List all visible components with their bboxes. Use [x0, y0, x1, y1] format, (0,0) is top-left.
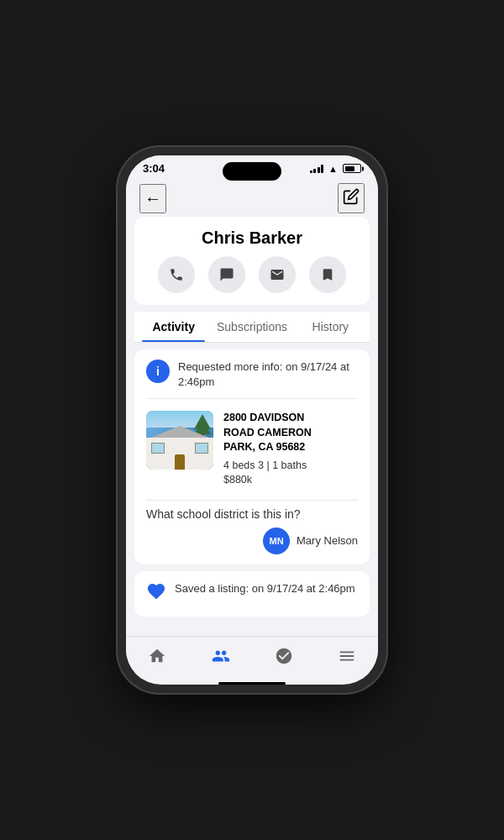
property-image — [146, 411, 213, 470]
house-walls — [146, 438, 213, 470]
property-row: 2800 DAVIDSON ROAD CAMERON PARK, CA 9568… — [146, 406, 358, 493]
nav-tasks[interactable] — [265, 643, 303, 669]
tab-activity[interactable]: Activity — [134, 312, 213, 342]
activity-header: i Requested more info: on 9/17/24 at 2:4… — [146, 360, 358, 390]
battery-icon — [343, 164, 361, 173]
heart-icon — [146, 581, 166, 606]
agent-avatar: MN — [263, 528, 290, 554]
tabs: Activity Subscriptions History — [134, 312, 370, 343]
window-right — [195, 443, 208, 454]
door — [175, 454, 185, 470]
divider-2 — [146, 500, 358, 501]
dynamic-island — [223, 162, 281, 181]
edit-button[interactable] — [338, 183, 365, 213]
wifi-icon: ▲ — [328, 164, 338, 174]
message-button[interactable] — [208, 256, 245, 293]
home-gesture-bar — [218, 682, 286, 685]
nav-home[interactable] — [138, 643, 176, 669]
nav-menu[interactable] — [328, 643, 366, 669]
question-text: What school district is this in? — [146, 507, 358, 521]
nav-contacts[interactable] — [201, 643, 241, 669]
content-area: Chris Barker — [126, 217, 378, 636]
phone-button[interactable] — [158, 256, 195, 293]
phone-screen: 3:04 ▲ ← — [126, 155, 378, 685]
battery-fill — [345, 166, 355, 171]
divider-1 — [146, 398, 358, 399]
tab-subscriptions[interactable]: Subscriptions — [213, 312, 291, 342]
contact-card: Chris Barker — [134, 217, 370, 305]
action-buttons — [148, 256, 356, 293]
property-details: 4 beds 3 | 1 baths $880k — [223, 459, 358, 488]
window-left — [151, 443, 165, 454]
activity-card-request: i Requested more info: on 9/17/24 at 2:4… — [134, 349, 370, 564]
bottom-nav — [126, 636, 378, 679]
phone-shell: 3:04 ▲ ← — [118, 147, 386, 693]
email-button[interactable] — [259, 256, 296, 293]
agent-name: Mary Nelson — [297, 534, 358, 547]
status-icons: ▲ — [310, 164, 361, 174]
property-address: 2800 DAVIDSON ROAD CAMERON PARK, CA 9568… — [223, 411, 358, 455]
agent-row: MN Mary Nelson — [146, 528, 358, 554]
request-text: Requested more info: on 9/17/24 at 2:46p… — [178, 360, 358, 390]
nav-bar: ← — [126, 178, 378, 217]
signal-icon — [310, 165, 324, 173]
saved-header: Saved a listing: on 9/17/24 at 2:46pm — [146, 581, 358, 606]
saved-listing-card: Saved a listing: on 9/17/24 at 2:46pm — [134, 571, 370, 617]
bookmark-button[interactable] — [309, 256, 346, 293]
back-button[interactable]: ← — [139, 184, 166, 213]
status-time: 3:04 — [143, 162, 165, 175]
saved-text: Saved a listing: on 9/17/24 at 2:46pm — [175, 581, 355, 596]
property-info: 2800 DAVIDSON ROAD CAMERON PARK, CA 9568… — [223, 411, 358, 488]
contact-name: Chris Barker — [148, 228, 356, 248]
info-icon: i — [146, 360, 170, 383]
tab-history[interactable]: History — [291, 312, 370, 342]
